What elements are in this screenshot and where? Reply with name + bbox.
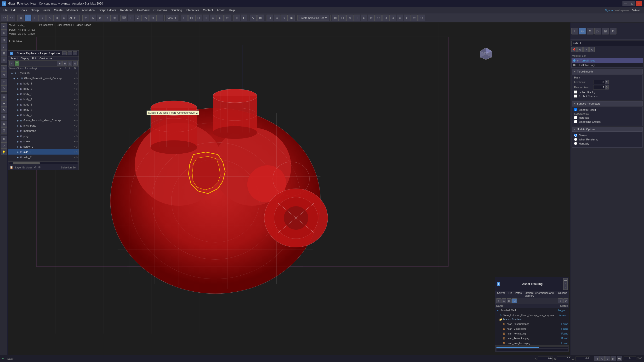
object-name-input[interactable] <box>572 41 644 46</box>
se-menu-edit[interactable]: Edit <box>31 56 38 60</box>
spinner-snap-button[interactable]: ⊛ <box>149 14 156 21</box>
render-production-button[interactable]: ◉ <box>288 14 295 21</box>
asset-item-normal[interactable]: 🖼 heart_Normal.png Found <box>495 331 569 336</box>
left-light-button[interactable]: 💡 <box>1 149 7 155</box>
turbosmooth-section-header[interactable]: ▼ TurboSmooth <box>572 69 642 74</box>
select-scale-button[interactable]: ⊗ <box>97 14 104 21</box>
asset-tracking-header[interactable]: 3 Asset Tracking — □ ✕ <box>495 277 569 291</box>
scene-item-body4[interactable]: ◈ ⊟ body_4 ✦ ⊙ <box>8 97 78 102</box>
menu-group[interactable]: Group <box>29 7 40 13</box>
layer-manager-button[interactable]: ≡ <box>234 14 240 21</box>
render-iters-spinner[interactable]: ▲ ▼ <box>593 85 640 89</box>
at-minimize-btn[interactable]: — <box>563 278 568 282</box>
left-rotate-button[interactable]: ↻ <box>1 107 7 113</box>
scene-object-list[interactable]: ◈ ▼ 0 (default) ✦ ◈ ▼ ⊞ Glass_Futuristic… <box>8 70 78 161</box>
selection-filter-dropdown[interactable]: All ▼ <box>68 15 80 21</box>
se-settings-btn[interactable]: ⊠ <box>68 61 72 66</box>
menu-views[interactable]: Views <box>40 7 52 13</box>
scene-item-screw2[interactable]: ◈ ⊟ screw_2 ✦ ⊙ <box>8 144 78 149</box>
menu-modifiers[interactable]: Modifiers <box>64 7 80 13</box>
select-move-button[interactable]: ✛ <box>82 14 89 21</box>
scene-item-side-r2[interactable]: ◈ ⊟ side_R_2 ✦ ⊙ <box>8 160 78 161</box>
rp-display-btn[interactable]: ⊞ <box>602 28 609 34</box>
scene-item-body7[interactable]: ◈ ⊟ body_7 ✦ ⊙ <box>8 112 78 118</box>
sign-in-label[interactable]: Sign In <box>605 9 613 12</box>
undo-button[interactable]: ↩ <box>1 14 8 21</box>
isoline-display-checkbox[interactable] <box>574 90 577 93</box>
scene-item-body2[interactable]: ◈ ⊟ body_2 ✦ ⊙ <box>8 86 78 91</box>
mod-active-btn[interactable]: ⊛ <box>578 47 583 52</box>
always-radio[interactable] <box>574 134 577 137</box>
heart-model-svg[interactable] <box>8 22 570 355</box>
asset-list[interactable]: ● Autodesk Vault Logged... ⊙ Glass_Futur… <box>495 308 569 346</box>
render-iters-input[interactable] <box>593 85 605 89</box>
vp-label-edged-faces[interactable]: Edged Faces <box>76 23 91 26</box>
asset-item-maxfile[interactable]: ⊙ Glass_Futuristic_Heart_Concept_max_vra… <box>495 313 569 318</box>
rp-hierarchy-btn[interactable]: ⊕ <box>587 28 594 34</box>
toolbar-btn-extra-12[interactable]: ⊜ <box>411 14 418 21</box>
left-pan-button[interactable]: ✛ <box>1 79 7 85</box>
vp-label-user-defined[interactable]: User Defined <box>56 23 72 26</box>
rp-modify-btn[interactable]: ⊘ <box>579 28 586 34</box>
update-options-section-header[interactable]: ▼ Update Options <box>572 127 642 132</box>
mod-pin-btn[interactable]: 📌 <box>572 47 577 52</box>
toolbar-btn-extra-8[interactable]: ⊘ <box>382 14 389 21</box>
se-sort2-btn[interactable]: ⊟ <box>62 61 67 66</box>
scene-item-body1[interactable]: ◈ ⊟ body_1 ✦ ⊙ <box>8 81 78 86</box>
render-frame-button[interactable]: ▷ <box>281 14 288 21</box>
view-mode-dropdown[interactable]: View ▼ <box>166 15 178 21</box>
iterations-down-btn[interactable]: ▼ <box>605 82 608 84</box>
asset-item-vault[interactable]: ● Autodesk Vault Logged... <box>495 308 569 313</box>
left-align-button[interactable]: ⊡ <box>1 127 7 133</box>
left-select-button[interactable]: ▭ <box>1 94 7 100</box>
quick-align-button[interactable]: ⊡ <box>196 14 202 21</box>
asset-item-refraction[interactable]: 🖼 heart_Refraction.png Found <box>495 336 569 341</box>
se-menu-display[interactable]: Display <box>19 56 31 60</box>
close-button[interactable]: ✕ <box>636 1 642 6</box>
menu-edit[interactable]: Edit <box>9 7 18 13</box>
scene-explorer-close-btn[interactable]: ✕ <box>73 51 77 55</box>
se-filter-btn[interactable]: ✕ <box>9 61 14 66</box>
at-icon-btn[interactable]: ⊞ <box>502 298 506 303</box>
left-render-button[interactable]: ▷ <box>1 142 7 149</box>
select-manipulate-button[interactable]: ⊕ <box>111 14 118 21</box>
render-iters-down-btn[interactable]: ▼ <box>605 87 608 89</box>
se-scrollbar[interactable] <box>9 162 78 164</box>
angle-snap-button[interactable]: ∠ <box>135 14 142 21</box>
left-display-button[interactable]: ⊞ <box>1 50 7 56</box>
left-orbit-button[interactable]: ↻ <box>1 85 7 92</box>
se-sort-btn[interactable]: ⊞ <box>57 61 62 66</box>
normal-align-button[interactable]: ⊞ <box>202 14 209 21</box>
asset-item-metallic[interactable]: 🖼 heart_Metallic.png Found <box>495 326 569 331</box>
at-menu-file[interactable]: File <box>506 291 514 298</box>
se-menu-customize[interactable]: Customize <box>38 56 54 60</box>
mod-config-btn[interactable]: ⊙ <box>590 47 595 52</box>
at-menu-options[interactable]: Options <box>556 291 568 298</box>
toolbar-btn-extra-7[interactable]: ⊖ <box>375 14 382 21</box>
anim-play-btn[interactable]: ▷ <box>605 356 610 361</box>
select-rotate-button[interactable]: ↻ <box>90 14 96 21</box>
se-more-btn[interactable]: ⊡ <box>73 61 78 66</box>
scene-item-plug[interactable]: ◈ ⊟ plug ✦ ⊙ <box>8 133 78 139</box>
place-highlight-button[interactable]: ↑ <box>104 14 111 21</box>
se-menu-select[interactable]: Select <box>9 56 19 60</box>
manually-radio[interactable] <box>574 142 577 145</box>
snap-toggle-button[interactable]: ⊞ <box>128 14 134 21</box>
scene-item-glass-heart-parent[interactable]: ◈ ▼ ⊞ Glass_Futuristic_Heart_Concept ✦ ⊙ <box>8 76 78 81</box>
at-list-btn[interactable]: ≡ <box>496 298 501 303</box>
left-scale-button[interactable]: ⊗ <box>1 114 7 120</box>
percent-snap-button[interactable]: % <box>142 14 149 21</box>
rp-create-btn[interactable]: ✛ <box>572 28 578 34</box>
at-settings-btn[interactable]: ⚙ <box>563 298 568 303</box>
material-editor-button[interactable]: ⊙ <box>266 14 273 21</box>
at-menu-paths[interactable]: Paths <box>514 291 523 298</box>
toolbar-btn-extra-3[interactable]: ⊠ <box>346 14 353 21</box>
coord-x-input[interactable] <box>538 357 552 361</box>
left-snap-button[interactable]: ⊛ <box>1 65 7 71</box>
iterations-spinner[interactable]: ▲ ▼ <box>593 80 640 84</box>
toolbar-btn-extra-9[interactable]: ⊙ <box>390 14 396 21</box>
modifier-turbosmooth[interactable]: ► TurboSmooth <box>572 58 643 63</box>
select-by-name-button[interactable]: ⊞ <box>25 14 31 21</box>
se-scrollbar-thumb[interactable] <box>13 162 40 164</box>
toolbar-btn-extra-11[interactable]: ⊛ <box>404 14 410 21</box>
